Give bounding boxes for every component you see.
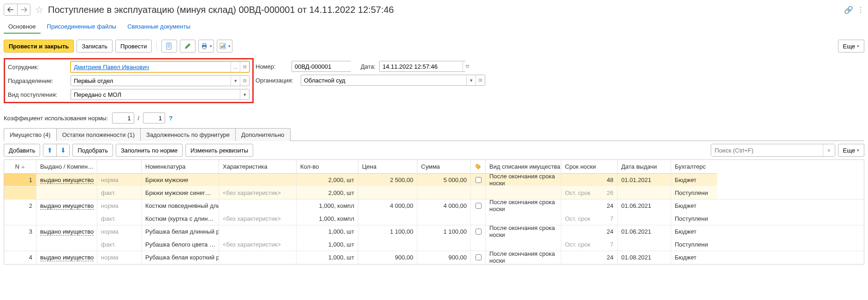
pick-button[interactable]: Подобрать (72, 144, 113, 157)
cell-date[interactable]: 01.06.2021 (618, 200, 671, 212)
col-writeoff[interactable]: Вид списания имущества (486, 160, 561, 174)
cell-term[interactable]: 24 (561, 225, 618, 238)
date-input[interactable] (380, 61, 463, 71)
cell-checkbox[interactable] (471, 200, 486, 212)
more-actions-button[interactable]: Еще (838, 40, 864, 53)
cell-quantity[interactable]: 2,000, шт (297, 174, 358, 186)
department-open-button[interactable] (240, 76, 249, 86)
cell-nomenclature[interactable]: Рубашка белая длинный рукав (142, 225, 219, 238)
receipt-type-input[interactable] (71, 89, 240, 100)
cell-source[interactable]: Поступлени (671, 238, 717, 251)
help-icon[interactable]: ? (169, 115, 172, 122)
receipt-type-dropdown-button[interactable]: ▾ (240, 89, 249, 100)
cell-quantity[interactable]: 1,000, шт (297, 225, 358, 238)
coefficient-denominator-input[interactable] (143, 112, 165, 124)
back-button[interactable] (4, 4, 17, 15)
table-row[interactable]: факт.Рубашка белого цвета …<без характер… (4, 238, 864, 251)
save-button[interactable]: Записать (77, 40, 113, 53)
edit-form-button[interactable] (180, 40, 196, 53)
tab-attached-files[interactable]: Присоединенные файлы (42, 20, 121, 34)
col-characteristic[interactable]: Характеристика (219, 160, 297, 174)
table-row[interactable]: факт.Костюм (куртка с длин…<без характер… (4, 212, 864, 225)
cell-sum[interactable]: 1 100,00 (417, 225, 471, 238)
cell-source[interactable]: Поступлени (671, 187, 717, 199)
col-term[interactable]: Срок носки (561, 160, 618, 174)
cell-term[interactable]: 24 (561, 200, 618, 212)
col-type[interactable] (97, 160, 142, 174)
cell-nomenclature[interactable]: Костюм повседневный длинный рукав (142, 200, 219, 212)
grid-search-clear-button[interactable]: × (823, 144, 835, 156)
cell-rest-term[interactable]: Ост. срок7 (561, 212, 618, 225)
tab-debt[interactable]: Задолженность по фурнитуре (140, 128, 236, 141)
cell-date[interactable]: 01.01.2021 (618, 174, 671, 186)
cell-price[interactable]: 900,00 (358, 251, 417, 264)
cell-source[interactable]: Бюджет (671, 174, 717, 186)
cell-checkbox[interactable] (471, 174, 486, 186)
cell-price[interactable]: 1 100,00 (358, 225, 417, 238)
grid-search-input[interactable] (711, 144, 823, 156)
employee-open-button[interactable] (240, 62, 249, 72)
cell-writeoff[interactable]: После окончания срока носки (486, 174, 561, 186)
cell-characteristic[interactable]: <без характеристик> (219, 212, 297, 225)
cell-writeoff[interactable]: После окончания срока носки (486, 200, 561, 212)
cell-characteristic[interactable]: <без характеристик> (219, 187, 297, 199)
tab-related-docs[interactable]: Связанные документы (123, 20, 195, 34)
col-price[interactable]: Цена (358, 160, 417, 174)
cell-price[interactable]: 2 500,00 (358, 174, 417, 186)
table-row[interactable]: 4выдано имуществонормаРубашка белая коро… (4, 251, 864, 264)
reports-button[interactable] (217, 40, 232, 53)
cell-issued[interactable]: выдано имущество (36, 174, 97, 186)
cell-nomenclature[interactable]: Костюм (куртка с длин… (142, 212, 219, 225)
cell-rest-term[interactable]: Ост. срок7 (561, 238, 618, 251)
col-nomenclature[interactable]: Номенклатура (142, 160, 219, 174)
table-row[interactable]: 3выдано имуществонормаРубашка белая длин… (4, 225, 864, 238)
forward-button[interactable] (17, 4, 30, 15)
cell-source[interactable]: Бюджет (671, 251, 717, 264)
cell-checkbox[interactable] (471, 225, 486, 238)
cell-date[interactable]: 01.08.2021 (618, 251, 671, 264)
post-button[interactable]: Провести (115, 40, 152, 53)
cell-sum[interactable]: 5 000,00 (417, 174, 471, 186)
cell-sum[interactable]: 900,00 (417, 251, 471, 264)
cell-source[interactable]: Бюджет (671, 200, 717, 212)
edit-props-button[interactable]: Изменить реквизиты (185, 144, 253, 157)
table-row[interactable]: 1выдано имуществонормаБрюки мужские2,000… (4, 174, 864, 187)
cell-term[interactable]: 48 (561, 174, 618, 186)
cell-term[interactable]: 24 (561, 251, 618, 264)
cell-rest-term[interactable]: Ост. срок26 (561, 187, 618, 199)
cell-quantity[interactable]: 1,000, шт (297, 238, 358, 251)
cell-nomenclature[interactable]: Рубашка белая короткий рукав (142, 251, 219, 264)
cell-issued[interactable]: выдано имущество (36, 225, 97, 238)
employee-select-button[interactable]: … (231, 62, 240, 72)
organization-input[interactable] (301, 75, 466, 85)
cell-quantity[interactable]: 2,000, шт (297, 187, 358, 199)
move-down-button[interactable]: ⬇ (56, 144, 69, 156)
add-row-button[interactable]: Добавить (4, 144, 40, 157)
col-source[interactable]: Бухгалтерс (671, 160, 717, 174)
organization-dropdown-button[interactable]: ▾ (466, 75, 476, 85)
favorite-star-icon[interactable]: ☆ (33, 4, 45, 15)
kebab-menu-icon[interactable]: ⋮ (857, 6, 864, 14)
cell-writeoff[interactable]: После окончания срока носки (486, 225, 561, 238)
cell-price[interactable]: 4 000,00 (358, 200, 417, 212)
document-movements-button[interactable] (161, 40, 177, 53)
col-sum[interactable]: Сумма (417, 160, 471, 174)
department-dropdown-button[interactable]: ▾ (231, 76, 240, 86)
col-issued[interactable]: Выдано / Компен… (36, 160, 97, 174)
grid-more-button[interactable]: Еще (838, 144, 864, 157)
col-n[interactable]: N (4, 160, 36, 174)
cell-characteristic[interactable] (219, 225, 297, 238)
cell-source[interactable]: Поступлени (671, 212, 717, 225)
print-button[interactable] (198, 40, 214, 53)
cell-issued[interactable]: выдано имущество (36, 251, 97, 264)
col-check[interactable] (471, 160, 486, 174)
cell-characteristic[interactable] (219, 251, 297, 264)
cell-nomenclature[interactable]: Рубашка белого цвета … (142, 238, 219, 251)
cell-quantity[interactable]: 1,000, компл (297, 212, 358, 225)
cell-characteristic[interactable]: <без характеристик> (219, 238, 297, 251)
tab-main[interactable]: Основное (4, 20, 41, 34)
cell-characteristic[interactable] (219, 200, 297, 212)
table-row[interactable]: 2выдано имуществонормаКостюм повседневны… (4, 200, 864, 212)
tab-property[interactable]: Имущество (4) (4, 128, 57, 141)
fill-by-norm-button[interactable]: Заполнить по норме (116, 144, 183, 157)
